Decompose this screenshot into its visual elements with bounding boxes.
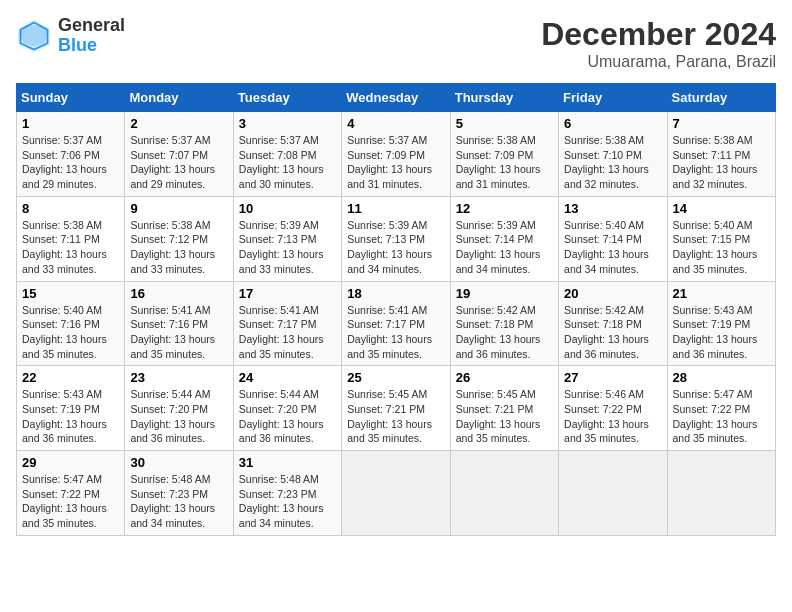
week-row-3: 15Sunrise: 5:40 AM Sunset: 7:16 PM Dayli… [17,281,776,366]
calendar-cell: 29Sunrise: 5:47 AM Sunset: 7:22 PM Dayli… [17,451,125,536]
day-info: Sunrise: 5:43 AM Sunset: 7:19 PM Dayligh… [673,303,770,362]
day-number: 4 [347,116,444,131]
day-number: 5 [456,116,553,131]
weekday-header-row: SundayMondayTuesdayWednesdayThursdayFrid… [17,84,776,112]
logo-text: General Blue [58,16,125,56]
header: General Blue December 2024 Umuarama, Par… [16,16,776,71]
day-number: 15 [22,286,119,301]
day-number: 11 [347,201,444,216]
calendar-cell: 19Sunrise: 5:42 AM Sunset: 7:18 PM Dayli… [450,281,558,366]
day-number: 14 [673,201,770,216]
weekday-monday: Monday [125,84,233,112]
day-info: Sunrise: 5:38 AM Sunset: 7:11 PM Dayligh… [22,218,119,277]
calendar-cell: 9Sunrise: 5:38 AM Sunset: 7:12 PM Daylig… [125,196,233,281]
day-info: Sunrise: 5:40 AM Sunset: 7:15 PM Dayligh… [673,218,770,277]
weekday-sunday: Sunday [17,84,125,112]
calendar-cell: 7Sunrise: 5:38 AM Sunset: 7:11 PM Daylig… [667,112,775,197]
day-number: 21 [673,286,770,301]
calendar-cell: 15Sunrise: 5:40 AM Sunset: 7:16 PM Dayli… [17,281,125,366]
day-info: Sunrise: 5:41 AM Sunset: 7:16 PM Dayligh… [130,303,227,362]
day-number: 7 [673,116,770,131]
day-number: 2 [130,116,227,131]
day-info: Sunrise: 5:48 AM Sunset: 7:23 PM Dayligh… [239,472,336,531]
day-info: Sunrise: 5:47 AM Sunset: 7:22 PM Dayligh… [22,472,119,531]
calendar-cell: 31Sunrise: 5:48 AM Sunset: 7:23 PM Dayli… [233,451,341,536]
day-info: Sunrise: 5:44 AM Sunset: 7:20 PM Dayligh… [130,387,227,446]
logo-blue: Blue [58,35,97,55]
day-info: Sunrise: 5:38 AM Sunset: 7:11 PM Dayligh… [673,133,770,192]
day-info: Sunrise: 5:41 AM Sunset: 7:17 PM Dayligh… [239,303,336,362]
day-info: Sunrise: 5:45 AM Sunset: 7:21 PM Dayligh… [347,387,444,446]
calendar-cell: 24Sunrise: 5:44 AM Sunset: 7:20 PM Dayli… [233,366,341,451]
day-number: 1 [22,116,119,131]
calendar-cell: 14Sunrise: 5:40 AM Sunset: 7:15 PM Dayli… [667,196,775,281]
day-number: 9 [130,201,227,216]
day-number: 10 [239,201,336,216]
weekday-thursday: Thursday [450,84,558,112]
week-row-1: 1Sunrise: 5:37 AM Sunset: 7:06 PM Daylig… [17,112,776,197]
weekday-friday: Friday [559,84,667,112]
calendar-cell: 23Sunrise: 5:44 AM Sunset: 7:20 PM Dayli… [125,366,233,451]
day-info: Sunrise: 5:46 AM Sunset: 7:22 PM Dayligh… [564,387,661,446]
weekday-wednesday: Wednesday [342,84,450,112]
day-info: Sunrise: 5:48 AM Sunset: 7:23 PM Dayligh… [130,472,227,531]
calendar-cell: 1Sunrise: 5:37 AM Sunset: 7:06 PM Daylig… [17,112,125,197]
calendar-cell: 28Sunrise: 5:47 AM Sunset: 7:22 PM Dayli… [667,366,775,451]
day-number: 30 [130,455,227,470]
logo: General Blue [16,16,125,56]
day-info: Sunrise: 5:47 AM Sunset: 7:22 PM Dayligh… [673,387,770,446]
calendar-cell: 30Sunrise: 5:48 AM Sunset: 7:23 PM Dayli… [125,451,233,536]
calendar-cell: 11Sunrise: 5:39 AM Sunset: 7:13 PM Dayli… [342,196,450,281]
day-number: 19 [456,286,553,301]
day-number: 6 [564,116,661,131]
title-section: December 2024 Umuarama, Parana, Brazil [541,16,776,71]
weekday-saturday: Saturday [667,84,775,112]
day-number: 31 [239,455,336,470]
week-row-2: 8Sunrise: 5:38 AM Sunset: 7:11 PM Daylig… [17,196,776,281]
day-number: 22 [22,370,119,385]
day-number: 24 [239,370,336,385]
calendar-cell: 8Sunrise: 5:38 AM Sunset: 7:11 PM Daylig… [17,196,125,281]
calendar-cell: 12Sunrise: 5:39 AM Sunset: 7:14 PM Dayli… [450,196,558,281]
calendar-cell: 4Sunrise: 5:37 AM Sunset: 7:09 PM Daylig… [342,112,450,197]
calendar-cell: 22Sunrise: 5:43 AM Sunset: 7:19 PM Dayli… [17,366,125,451]
day-info: Sunrise: 5:39 AM Sunset: 7:13 PM Dayligh… [347,218,444,277]
calendar-cell: 6Sunrise: 5:38 AM Sunset: 7:10 PM Daylig… [559,112,667,197]
calendar-cell: 18Sunrise: 5:41 AM Sunset: 7:17 PM Dayli… [342,281,450,366]
day-info: Sunrise: 5:38 AM Sunset: 7:10 PM Dayligh… [564,133,661,192]
page-container: General Blue December 2024 Umuarama, Par… [16,16,776,536]
day-number: 18 [347,286,444,301]
weekday-tuesday: Tuesday [233,84,341,112]
day-info: Sunrise: 5:37 AM Sunset: 7:08 PM Dayligh… [239,133,336,192]
day-info: Sunrise: 5:41 AM Sunset: 7:17 PM Dayligh… [347,303,444,362]
day-number: 17 [239,286,336,301]
calendar-cell: 5Sunrise: 5:38 AM Sunset: 7:09 PM Daylig… [450,112,558,197]
day-info: Sunrise: 5:43 AM Sunset: 7:19 PM Dayligh… [22,387,119,446]
day-info: Sunrise: 5:37 AM Sunset: 7:06 PM Dayligh… [22,133,119,192]
calendar-table: SundayMondayTuesdayWednesdayThursdayFrid… [16,83,776,536]
calendar-cell [450,451,558,536]
calendar-cell [667,451,775,536]
day-number: 26 [456,370,553,385]
day-number: 28 [673,370,770,385]
logo-general: General [58,15,125,35]
month-year: December 2024 [541,16,776,53]
day-info: Sunrise: 5:42 AM Sunset: 7:18 PM Dayligh… [564,303,661,362]
day-info: Sunrise: 5:37 AM Sunset: 7:07 PM Dayligh… [130,133,227,192]
calendar-cell: 25Sunrise: 5:45 AM Sunset: 7:21 PM Dayli… [342,366,450,451]
calendar-cell: 3Sunrise: 5:37 AM Sunset: 7:08 PM Daylig… [233,112,341,197]
day-info: Sunrise: 5:44 AM Sunset: 7:20 PM Dayligh… [239,387,336,446]
day-info: Sunrise: 5:37 AM Sunset: 7:09 PM Dayligh… [347,133,444,192]
day-info: Sunrise: 5:38 AM Sunset: 7:09 PM Dayligh… [456,133,553,192]
day-number: 12 [456,201,553,216]
calendar-cell: 16Sunrise: 5:41 AM Sunset: 7:16 PM Dayli… [125,281,233,366]
day-number: 23 [130,370,227,385]
day-info: Sunrise: 5:45 AM Sunset: 7:21 PM Dayligh… [456,387,553,446]
calendar-cell: 26Sunrise: 5:45 AM Sunset: 7:21 PM Dayli… [450,366,558,451]
calendar-cell: 13Sunrise: 5:40 AM Sunset: 7:14 PM Dayli… [559,196,667,281]
calendar-cell: 2Sunrise: 5:37 AM Sunset: 7:07 PM Daylig… [125,112,233,197]
calendar-cell: 20Sunrise: 5:42 AM Sunset: 7:18 PM Dayli… [559,281,667,366]
day-info: Sunrise: 5:40 AM Sunset: 7:14 PM Dayligh… [564,218,661,277]
day-number: 16 [130,286,227,301]
logo-icon [16,18,52,54]
